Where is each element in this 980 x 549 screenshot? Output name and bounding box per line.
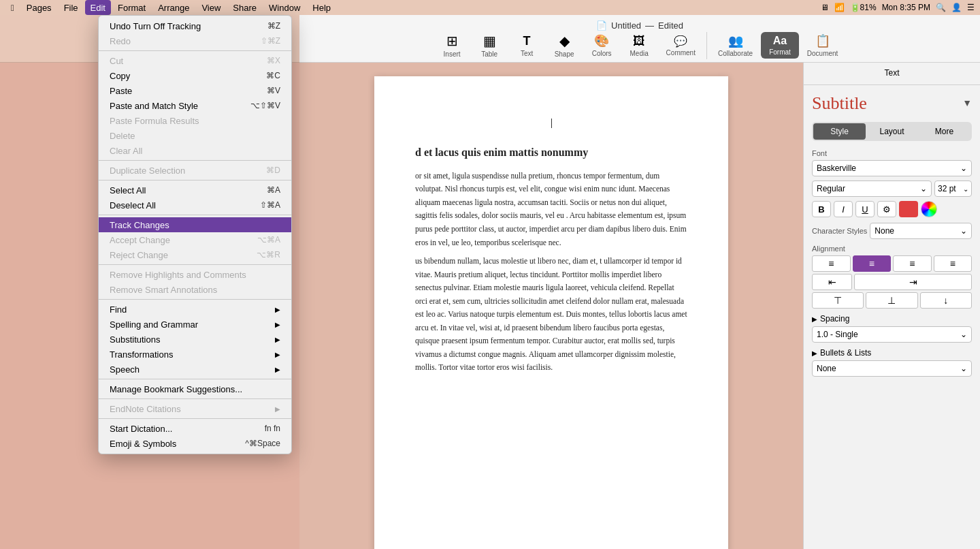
toolbar-collaborate-btn[interactable]: 👥 Collaborate xyxy=(710,31,761,60)
spacing-row: 1.0 - Single ⌄ xyxy=(812,326,972,343)
toolbar-insert-btn[interactable]: ⊞ Insert xyxy=(434,30,471,61)
menu-item-deselect-all[interactable]: Deselect All ⇧⌘A xyxy=(99,198,291,213)
toolbar-text-btn[interactable]: T Text xyxy=(508,31,546,60)
menu-item-transformations[interactable]: Transformations ▶ xyxy=(99,347,291,362)
menu-edit[interactable]: Edit xyxy=(85,0,111,15)
menu-item-cut[interactable]: Cut ⌘X xyxy=(99,53,291,68)
align-left-button[interactable]: ≡ xyxy=(812,255,851,272)
menu-item-speech[interactable]: Speech ▶ xyxy=(99,362,291,377)
toolbar-document-btn[interactable]: 📋 Document xyxy=(799,31,847,60)
tab-more[interactable]: More xyxy=(918,123,970,140)
align-justify-button[interactable]: ≡ xyxy=(934,255,973,272)
menu-item-substitutions[interactable]: Substitutions ▶ xyxy=(99,332,291,347)
toolbar-table-btn[interactable]: ▦ Table xyxy=(471,30,508,61)
menu-view[interactable]: View xyxy=(196,0,226,15)
menu-help[interactable]: Help xyxy=(307,0,336,15)
menu-item-emoji[interactable]: Emoji & Symbols ^⌘Space xyxy=(99,436,291,451)
toolbar-comment-btn[interactable]: 💬 Comment xyxy=(658,32,704,59)
spacing-select[interactable]: 1.0 - Single ⌄ xyxy=(812,326,972,343)
toolbar-title: 📄 Untitled — Edited xyxy=(596,20,683,31)
gear-icon: ⚙ xyxy=(883,204,891,215)
sidebar-subtitle-preview: Subtitle ▼ xyxy=(812,93,972,114)
insert-icon: ⊞ xyxy=(446,33,458,49)
toolbar-tools: ⊞ Insert ▦ Table T Text ◆ Shape 🎨 Colors… xyxy=(434,30,847,61)
menu-pages[interactable]: Pages xyxy=(21,0,57,15)
font-style-select[interactable]: Regular ⌄ xyxy=(812,181,932,197)
menu-item-paste-match[interactable]: Paste and Match Style ⌥⇧⌘V xyxy=(99,98,291,113)
sidebar-header: Text xyxy=(804,63,980,85)
character-styles-select[interactable]: None ⌄ xyxy=(870,223,972,239)
bullets-select[interactable]: None ⌄ xyxy=(812,360,972,377)
text-options-button[interactable]: ⚙ xyxy=(877,201,896,217)
indent-decrease-button[interactable]: ⇤ xyxy=(812,274,852,290)
bullets-section[interactable]: ▶ Bullets & Lists xyxy=(812,348,972,358)
character-styles-row: Character Styles None ⌄ xyxy=(812,223,972,239)
format-icon: Aa xyxy=(773,35,787,47)
toolbar-shape-btn[interactable]: ◆ Shape xyxy=(546,30,583,61)
toolbar-colors-btn[interactable]: 🎨 Colors xyxy=(583,31,621,60)
document-page[interactable]: d et lacus quis enim mattis nonummy or s… xyxy=(374,76,728,549)
doc-area: d et lacus quis enim mattis nonummy or s… xyxy=(299,63,980,549)
menu-item-reject-change: Reject Change ⌥⌘R xyxy=(99,247,291,262)
document-icon: 📋 xyxy=(815,33,830,48)
font-size-stepper[interactable]: ⌄ xyxy=(963,185,968,193)
font-family-row: Baskerville ⌄ xyxy=(812,160,972,176)
menu-arrange[interactable]: Arrange xyxy=(152,0,195,15)
tab-layout[interactable]: Layout xyxy=(866,123,918,140)
valign-bottom-button[interactable]: ↓ xyxy=(920,292,972,309)
menu-item-track-changes[interactable]: Track Changes xyxy=(99,217,291,232)
apple-logo:  xyxy=(11,3,14,13)
menu-item-redo[interactable]: Redo ⇧⌘Z xyxy=(99,33,291,48)
endnote-submenu-arrow: ▶ xyxy=(275,405,280,413)
menu-item-find[interactable]: Find ▶ xyxy=(99,302,291,317)
style-dropdown-arrow[interactable]: ▼ xyxy=(962,98,972,109)
bold-button[interactable]: B xyxy=(812,201,831,217)
underline-button[interactable]: U xyxy=(855,201,875,217)
substitutions-submenu-arrow: ▶ xyxy=(275,336,280,343)
menu-file[interactable]: File xyxy=(59,0,84,15)
text-label: Text xyxy=(521,50,533,57)
find-submenu-arrow: ▶ xyxy=(275,306,280,313)
text-icon: T xyxy=(523,34,531,48)
menu-item-paste[interactable]: Paste ⌘V xyxy=(99,83,291,98)
toolbar-media-btn[interactable]: 🖼 Media xyxy=(621,31,658,60)
separator-dash: — xyxy=(645,20,654,31)
apple-menu[interactable]:  xyxy=(5,0,20,15)
table-label: Table xyxy=(481,50,497,58)
menu-item-copy[interactable]: Copy ⌘C xyxy=(99,68,291,83)
menu-format[interactable]: Format xyxy=(112,0,151,15)
menu-item-select-all[interactable]: Select All ⌘A xyxy=(99,183,291,198)
font-family-arrow: ⌄ xyxy=(960,163,967,173)
indent-increase-button[interactable]: ⇥ xyxy=(854,274,972,290)
sidebar-content: Subtitle ▼ Style Layout More Font xyxy=(804,85,980,549)
align-center-button[interactable]: ≡ xyxy=(853,255,892,272)
menu-item-delete: Delete xyxy=(99,128,291,143)
spacing-section[interactable]: ▶ Spacing xyxy=(812,314,972,324)
color-picker-button[interactable] xyxy=(921,201,937,217)
media-label: Media xyxy=(630,50,648,57)
menu-item-dictation[interactable]: Start Dictation... fn fn xyxy=(99,421,291,436)
toolbar: 📄 Untitled — Edited ⊞ Insert ▦ Table T T… xyxy=(299,15,980,63)
font-size-input[interactable]: 32 pt ⌄ xyxy=(934,181,972,197)
menu-item-spelling-grammar[interactable]: Spelling and Grammar ▶ xyxy=(99,317,291,332)
comment-label: Comment xyxy=(666,49,696,57)
text-color-swatch[interactable] xyxy=(899,201,918,217)
menu-window[interactable]: Window xyxy=(263,0,306,15)
toolbar-format-btn[interactable]: Aa Format xyxy=(761,32,799,59)
valign-top-button[interactable]: ⊤ xyxy=(812,292,864,309)
menu-item-bookmark-suggestions[interactable]: Manage Bookmark Suggestions... xyxy=(99,381,291,396)
menu-item-undo[interactable]: Undo Turn Off Tracking ⌘Z xyxy=(99,18,291,33)
menu-share[interactable]: Share xyxy=(227,0,262,15)
font-family-select[interactable]: Baskerville ⌄ xyxy=(812,160,972,176)
valign-middle-button[interactable]: ⊥ xyxy=(866,292,917,309)
tab-style[interactable]: Style xyxy=(813,123,866,140)
colors-label: Colors xyxy=(592,50,612,57)
separator-6 xyxy=(99,299,291,300)
shape-icon: ◆ xyxy=(559,33,570,49)
menu-item-paste-formula: Paste Formula Results xyxy=(99,113,291,128)
bullets-triangle: ▶ xyxy=(812,349,817,357)
align-right-button[interactable]: ≡ xyxy=(893,255,932,272)
separator-8 xyxy=(99,398,291,399)
italic-button[interactable]: I xyxy=(834,201,853,217)
list-icon: ☰ xyxy=(967,3,975,12)
